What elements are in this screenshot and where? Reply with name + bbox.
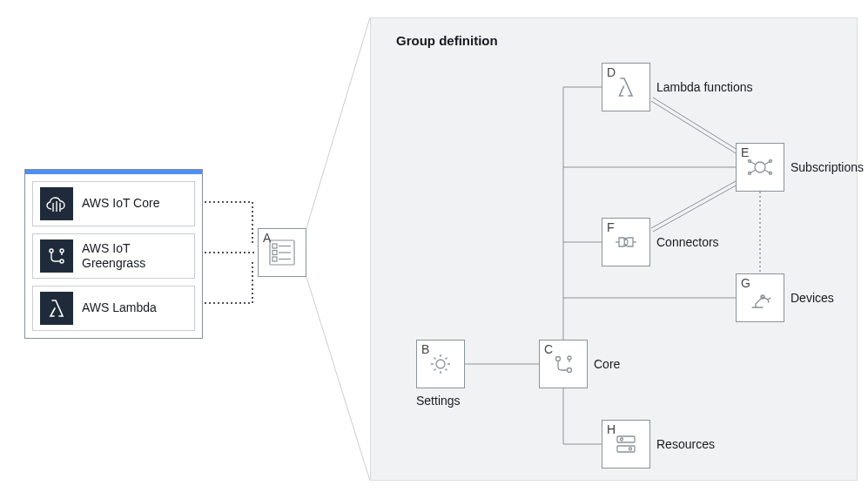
svg-rect-7 [273, 244, 277, 248]
aws-services-list: AWS IoT Core AWS IoT Greengrass [25, 174, 202, 338]
node-H-label: Resources [656, 437, 715, 451]
node-E-label: Subscriptions [791, 160, 864, 174]
aws-lambda-icon [40, 292, 73, 325]
node-D: D [602, 63, 650, 111]
svg-point-45 [621, 438, 623, 441]
node-E: E [736, 143, 784, 192]
svg-point-5 [60, 260, 64, 263]
node-F: F [602, 218, 650, 266]
connectors-icon [611, 227, 641, 257]
node-H: H [602, 420, 650, 469]
aws-iot-greengrass-item: AWS IoT Greengrass [32, 233, 195, 279]
aws-lambda-item: AWS Lambda [32, 286, 195, 331]
aws-lambda-label: AWS Lambda [82, 300, 157, 316]
node-F-letter: F [607, 220, 615, 234]
aws-iot-core-label: AWS IoT Core [82, 196, 159, 212]
aws-iot-core-icon [40, 187, 73, 220]
node-G: G [736, 273, 784, 322]
node-B-letter: B [421, 342, 429, 356]
svg-rect-11 [273, 257, 277, 261]
node-C-label: Core [594, 357, 620, 371]
node-C: C [539, 340, 588, 388]
node-D-letter: D [607, 65, 616, 79]
node-B: B [416, 340, 465, 388]
svg-point-29 [556, 357, 561, 361]
aws-iot-core-item: AWS IoT Core [32, 181, 195, 226]
node-G-letter: G [741, 276, 750, 290]
group-definition-title: Group definition [396, 33, 498, 48]
node-H-letter: H [607, 422, 616, 436]
node-A: A [258, 228, 306, 277]
svg-point-31 [568, 368, 572, 373]
node-G-label: Devices [791, 291, 834, 305]
node-A-letter: A [263, 231, 271, 245]
svg-point-4 [60, 249, 64, 253]
node-B-label: Settings [416, 394, 461, 408]
aws-services-panel: AWS IoT Core AWS IoT Greengrass [24, 169, 203, 339]
node-C-letter: C [544, 342, 553, 356]
node-E-letter: E [741, 145, 749, 159]
svg-rect-9 [273, 251, 277, 255]
aws-iot-greengrass-label: AWS IoT Greengrass [82, 241, 187, 272]
group-config-icon [267, 238, 297, 267]
gear-icon [426, 349, 455, 379]
node-F-label: Connectors [656, 235, 719, 249]
node-D-label: Lambda functions [656, 80, 753, 94]
svg-point-32 [755, 162, 765, 172]
aws-iot-greengrass-icon [40, 239, 73, 273]
svg-line-13 [306, 17, 370, 228]
subscriptions-icon [745, 152, 775, 182]
svg-point-30 [568, 356, 571, 360]
svg-point-47 [629, 448, 632, 450]
svg-point-3 [50, 249, 53, 253]
svg-point-28 [436, 360, 445, 368]
svg-line-14 [306, 277, 370, 481]
